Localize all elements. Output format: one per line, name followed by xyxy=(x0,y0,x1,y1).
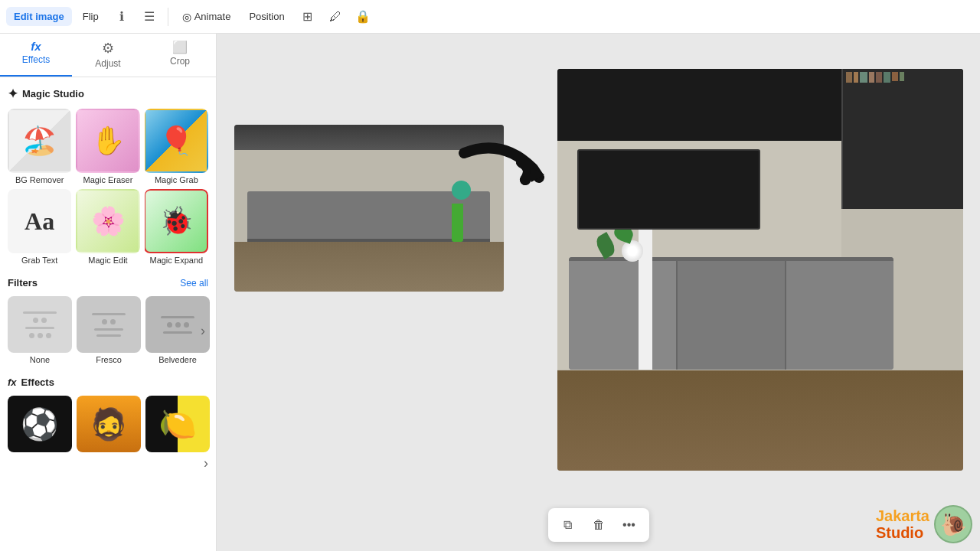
animate-label: Animate xyxy=(194,11,231,22)
magic-studio-icon: ✦ xyxy=(8,86,18,101)
effects-section: fx Effects ⚽ 🧔 🍋 › xyxy=(8,377,208,471)
edit-image-button[interactable]: Edit image xyxy=(6,7,72,26)
position-button[interactable]: Position xyxy=(241,7,292,26)
filter-none[interactable]: None xyxy=(8,296,72,364)
image-expanded xyxy=(557,69,963,471)
tool-magic-expand[interactable]: 🐞 Magic Expand xyxy=(145,189,208,265)
position-label: Position xyxy=(249,11,284,22)
bottom-toolbar: ⧉ 🗑 ••• xyxy=(548,508,649,542)
main-area: fx Effects ⚙ Adjust ⬜ Crop ✦ Magic Studi… xyxy=(0,34,980,551)
magic-studio-title: ✦ Magic Studio xyxy=(8,86,84,101)
align-button[interactable]: ☰ xyxy=(137,5,162,29)
top-toolbar: Edit image Flip ℹ ☰ ◎ Animate Position ⊞… xyxy=(0,0,980,34)
tool-magic-expand-label: Magic Expand xyxy=(149,256,203,265)
filter-fresco[interactable]: Fresco xyxy=(77,296,141,364)
left-panel: fx Effects ⚙ Adjust ⬜ Crop ✦ Magic Studi… xyxy=(0,34,217,551)
adjust-tab-label: Adjust xyxy=(95,58,120,69)
effects-tab-label: Effects xyxy=(22,54,50,65)
effects-tab-icon: fx xyxy=(31,40,41,53)
tab-crop[interactable]: ⬜ Crop xyxy=(144,34,216,77)
canvas-area: ⧉ 🗑 ••• Jakarta Studio 🐌 xyxy=(217,34,980,551)
filter-belvedere-label: Belvedere xyxy=(158,355,197,364)
tool-bg-remover-label: BG Remover xyxy=(15,175,64,184)
tool-magic-grab-label: Magic Grab xyxy=(155,175,198,184)
adjust-tab-icon: ⚙ xyxy=(102,40,114,57)
magic-studio-header: ✦ Magic Studio xyxy=(8,86,208,101)
filters-title: Filters xyxy=(8,277,38,289)
effects-grid: ⚽ 🧔 🍋 xyxy=(8,396,208,452)
filters-grid: None Fresco xyxy=(8,296,208,364)
lock-button[interactable]: 🔒 xyxy=(351,5,375,29)
tool-grab-text[interactable]: Aa Grab Text xyxy=(8,189,71,265)
magic-studio-grid: 🏖️ BG Remover ✋ Magic Eraser 🎈 Magi xyxy=(8,109,208,265)
watermark: Jakarta Studio 🐌 xyxy=(876,505,972,543)
effect-soccer[interactable]: ⚽ xyxy=(8,396,72,452)
expand-arrow xyxy=(456,130,548,194)
filter-fresco-label: Fresco xyxy=(96,355,122,364)
watermark-line1: Jakarta xyxy=(876,507,929,524)
tool-bg-remover[interactable]: 🏖️ BG Remover xyxy=(8,109,71,184)
filter-none-label: None xyxy=(30,355,50,364)
effects-header: fx Effects xyxy=(8,377,208,388)
delete-button[interactable]: 🗑 xyxy=(586,513,611,537)
animate-button[interactable]: ◎ Animate xyxy=(175,7,239,27)
crop-tab-label: Crop xyxy=(170,56,190,67)
pen-button[interactable]: 🖊 xyxy=(323,5,348,29)
edit-image-label: Edit image xyxy=(14,11,64,22)
copy-button[interactable]: ⧉ xyxy=(556,513,580,537)
filters-next-icon[interactable]: › xyxy=(201,322,205,338)
watermark-line2: Studio xyxy=(876,524,929,541)
effect-lemon[interactable]: 🍋 xyxy=(145,396,210,452)
crop-tab-icon: ⬜ xyxy=(172,40,188,54)
tool-magic-edit-label: Magic Edit xyxy=(88,256,127,265)
more-options-button[interactable]: ••• xyxy=(617,513,642,537)
info-button[interactable]: ℹ xyxy=(109,5,134,29)
flip-button[interactable]: Flip xyxy=(75,7,106,26)
toolbar-divider xyxy=(168,8,168,26)
filters-see-all-button[interactable]: See all xyxy=(180,278,208,289)
tab-effects[interactable]: fx Effects xyxy=(0,34,72,77)
tab-adjust[interactable]: ⚙ Adjust xyxy=(72,34,144,77)
effects-next-icon[interactable]: › xyxy=(8,455,208,471)
panel-tabs: fx Effects ⚙ Adjust ⬜ Crop xyxy=(0,34,216,77)
flip-label: Flip xyxy=(83,11,99,22)
panel-content: ✦ Magic Studio 🏖️ BG Remover ✋ M xyxy=(0,77,216,551)
effects-title: fx Effects xyxy=(8,377,54,388)
tool-magic-grab[interactable]: 🎈 Magic Grab xyxy=(145,109,208,184)
tool-magic-edit[interactable]: 🌸 Magic Edit xyxy=(76,189,139,265)
filters-row: None Fresco xyxy=(8,296,208,364)
tool-magic-eraser[interactable]: ✋ Magic Eraser xyxy=(76,109,139,184)
grid-button[interactable]: ⊞ xyxy=(296,5,320,29)
watermark-logo: 🐌 xyxy=(934,505,972,543)
tool-grab-text-label: Grab Text xyxy=(21,256,58,265)
filters-header: Filters See all xyxy=(8,277,208,289)
tool-magic-eraser-label: Magic Eraser xyxy=(83,175,133,184)
effect-face[interactable]: 🧔 xyxy=(77,396,141,452)
